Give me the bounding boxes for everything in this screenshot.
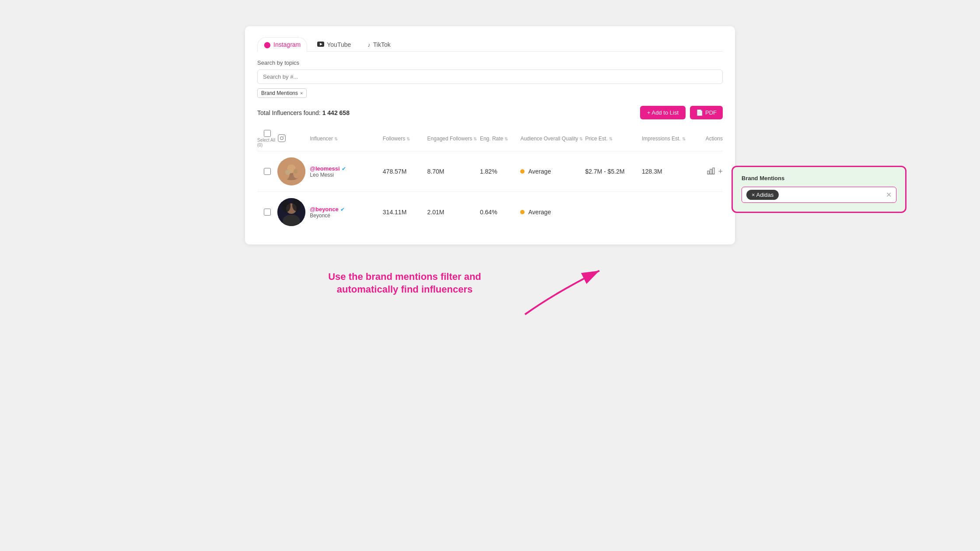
beyonce-verified: ✔ <box>340 206 345 213</box>
table-row: @beyonce ✔ Beyoncé 314.11M 2.01M 0.64% A… <box>257 192 723 232</box>
row-checkbox-beyonce[interactable] <box>264 209 271 216</box>
svg-rect-13 <box>710 169 712 174</box>
messi-chart-icon[interactable] <box>707 167 715 176</box>
row-checkbox-col <box>257 209 277 216</box>
sort-price-icon: ⇅ <box>609 136 612 141</box>
annotation-arrow <box>512 258 634 319</box>
messi-engaged: 8.70M <box>427 168 480 175</box>
th-quality-label: Audience Overall Quality <box>520 136 578 142</box>
sort-engrate-icon: ⇅ <box>504 136 508 141</box>
messi-verified: ✔ <box>342 166 346 172</box>
search-input[interactable] <box>257 70 723 84</box>
row-checkbox-col <box>257 168 277 175</box>
th-engrate-label: Eng. Rate <box>480 136 503 142</box>
messi-impressions: 128.3M <box>642 168 690 175</box>
main-card: ⬤ Instagram YouTube ♪ TikTok Search by t… <box>245 26 735 244</box>
messi-actions: + <box>690 167 723 176</box>
row-avatar-col <box>277 198 310 226</box>
tab-tiktok[interactable]: ♪ TikTok <box>361 37 397 52</box>
svg-point-4 <box>284 136 284 136</box>
messi-name: Leo Messi <box>310 172 383 178</box>
messi-quality-dot <box>520 169 525 174</box>
messi-action-icons: + <box>707 167 723 176</box>
messi-handle[interactable]: @leomessi <box>310 165 340 172</box>
bm-tag[interactable]: × Adidas <box>746 190 779 200</box>
svg-rect-12 <box>707 171 709 174</box>
avatar-beyonce <box>277 198 305 226</box>
sort-quality-icon: ⇅ <box>579 136 583 141</box>
row-influencer-messi: @leomessi ✔ Leo Messi <box>310 165 383 178</box>
svg-point-10 <box>285 170 290 175</box>
tab-youtube[interactable]: YouTube <box>311 37 357 52</box>
svg-point-3 <box>280 136 284 139</box>
avatar-messi-svg <box>277 157 305 185</box>
th-impressions-label: Impressions Est. <box>642 136 681 142</box>
youtube-icon <box>317 41 324 48</box>
beyonce-name: Beyoncé <box>310 213 383 219</box>
avatar-messi <box>277 157 305 185</box>
total-label: Total Influencers found: <box>257 109 321 116</box>
beyonce-quality-dot <box>520 210 525 214</box>
beyonce-engrate: 0.64% <box>480 209 521 216</box>
th-impressions[interactable]: Impressions Est. ⇅ <box>642 136 690 142</box>
th-engaged[interactable]: Engaged Followers ⇅ <box>427 136 480 142</box>
th-actions-label: Actions <box>706 136 723 142</box>
pdf-icon: 📄 <box>696 109 703 116</box>
svg-point-19 <box>282 200 290 212</box>
pdf-button[interactable]: 📄 PDF <box>690 106 723 119</box>
th-followers[interactable]: Followers ⇅ <box>383 136 427 142</box>
search-label: Search by topics <box>257 59 723 66</box>
beyonce-engaged: 2.01M <box>427 209 480 216</box>
brand-mentions-popup: Brand Mentions × Adidas ✕ <box>732 166 906 213</box>
bm-clear-icon[interactable]: ✕ <box>886 191 892 199</box>
select-all-checkbox[interactable] <box>264 130 271 137</box>
beyonce-quality-label: Average <box>528 209 551 216</box>
tab-youtube-label: YouTube <box>327 41 351 48</box>
th-engaged-label: Engaged Followers <box>427 136 472 142</box>
sort-followers-icon: ⇅ <box>406 136 410 141</box>
messi-quality: Average <box>520 168 585 175</box>
total-count-text: Total Influencers found: 1 442 658 <box>257 109 350 116</box>
th-quality[interactable]: Audience Overall Quality ⇅ <box>520 136 585 142</box>
svg-point-11 <box>294 169 298 174</box>
messi-engrate: 1.82% <box>480 168 521 175</box>
row-checkbox-messi[interactable] <box>264 168 271 175</box>
filter-tag: Brand Mentions × <box>257 88 307 98</box>
select-all-label: Select All (0) <box>257 138 277 147</box>
svg-point-20 <box>292 199 301 211</box>
th-followers-label: Followers <box>383 136 405 142</box>
table-row: @leomessi ✔ Leo Messi 478.57M 8.70M 1.82… <box>257 151 723 192</box>
svg-rect-2 <box>278 134 286 142</box>
add-to-list-button[interactable]: + Add to List <box>640 106 686 119</box>
tabs-container: ⬤ Instagram YouTube ♪ TikTok <box>257 37 723 52</box>
table-header: Select All (0) Influencer ⇅ Followers ⇅ … <box>257 126 723 151</box>
th-price-label: Price Est. <box>585 136 607 142</box>
th-engrate[interactable]: Eng. Rate ⇅ <box>480 136 521 142</box>
sort-influencer-icon: ⇅ <box>334 136 338 141</box>
filter-tag-close[interactable]: × <box>300 91 303 96</box>
messi-add-icon[interactable]: + <box>718 167 723 176</box>
page-wrapper: ⬤ Instagram YouTube ♪ TikTok Search by t… <box>245 26 735 525</box>
total-bar: Total Influencers found: 1 442 658 + Add… <box>257 106 723 119</box>
bm-tag-label: × Adidas <box>752 192 774 198</box>
arrow-container <box>512 258 643 319</box>
bm-input-wrap: × Adidas ✕ <box>742 187 896 203</box>
actions-group: + Add to List 📄 PDF <box>640 106 723 119</box>
tab-instagram-label: Instagram <box>273 41 301 48</box>
bm-title: Brand Mentions <box>742 175 896 181</box>
tab-instagram[interactable]: ⬤ Instagram <box>257 37 307 52</box>
messi-price: $2.7M - $5.2M <box>585 168 642 175</box>
th-photo-col <box>277 134 310 144</box>
instagram-col-icon <box>277 137 286 144</box>
th-influencer[interactable]: Influencer ⇅ <box>310 136 383 142</box>
svg-rect-14 <box>713 168 714 174</box>
th-checkbox-col: Select All (0) <box>257 130 277 147</box>
beyonce-handle[interactable]: @beyonce <box>310 206 338 213</box>
th-price[interactable]: Price Est. ⇅ <box>585 136 642 142</box>
messi-quality-label: Average <box>528 168 551 175</box>
tiktok-icon: ♪ <box>368 42 371 48</box>
tab-tiktok-label: TikTok <box>373 41 391 48</box>
messi-followers: 478.57M <box>383 168 427 175</box>
total-count: 1 442 658 <box>322 109 350 116</box>
row-influencer-beyonce: @beyonce ✔ Beyoncé <box>310 206 383 219</box>
